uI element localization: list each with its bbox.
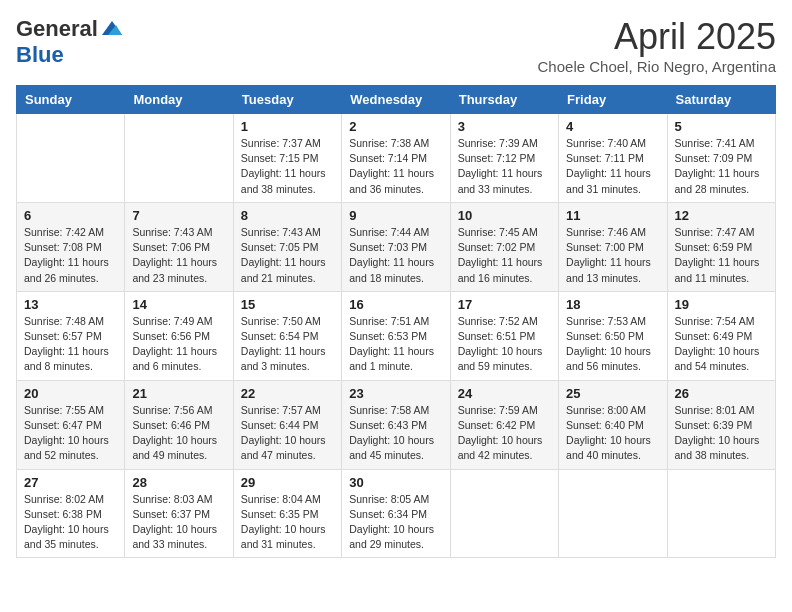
day-number: 26 <box>675 386 768 401</box>
calendar-cell <box>559 469 667 558</box>
day-info: Sunrise: 7:43 AMSunset: 7:05 PMDaylight:… <box>241 225 334 286</box>
calendar-cell: 16Sunrise: 7:51 AMSunset: 6:53 PMDayligh… <box>342 291 450 380</box>
day-info: Sunrise: 8:04 AMSunset: 6:35 PMDaylight:… <box>241 492 334 553</box>
day-number: 27 <box>24 475 117 490</box>
day-number: 7 <box>132 208 225 223</box>
calendar-cell: 27Sunrise: 8:02 AMSunset: 6:38 PMDayligh… <box>17 469 125 558</box>
calendar-week-5: 27Sunrise: 8:02 AMSunset: 6:38 PMDayligh… <box>17 469 776 558</box>
calendar-cell: 23Sunrise: 7:58 AMSunset: 6:43 PMDayligh… <box>342 380 450 469</box>
day-info: Sunrise: 7:57 AMSunset: 6:44 PMDaylight:… <box>241 403 334 464</box>
day-info: Sunrise: 7:59 AMSunset: 6:42 PMDaylight:… <box>458 403 551 464</box>
day-info: Sunrise: 7:58 AMSunset: 6:43 PMDaylight:… <box>349 403 442 464</box>
day-number: 1 <box>241 119 334 134</box>
calendar-cell: 10Sunrise: 7:45 AMSunset: 7:02 PMDayligh… <box>450 202 558 291</box>
calendar-cell: 21Sunrise: 7:56 AMSunset: 6:46 PMDayligh… <box>125 380 233 469</box>
day-info: Sunrise: 8:02 AMSunset: 6:38 PMDaylight:… <box>24 492 117 553</box>
day-info: Sunrise: 7:48 AMSunset: 6:57 PMDaylight:… <box>24 314 117 375</box>
calendar-table: SundayMondayTuesdayWednesdayThursdayFrid… <box>16 85 776 558</box>
calendar-cell: 2Sunrise: 7:38 AMSunset: 7:14 PMDaylight… <box>342 114 450 203</box>
calendar-cell <box>667 469 775 558</box>
day-number: 13 <box>24 297 117 312</box>
weekday-header-wednesday: Wednesday <box>342 86 450 114</box>
calendar-cell: 4Sunrise: 7:40 AMSunset: 7:11 PMDaylight… <box>559 114 667 203</box>
calendar-cell: 12Sunrise: 7:47 AMSunset: 6:59 PMDayligh… <box>667 202 775 291</box>
day-info: Sunrise: 8:05 AMSunset: 6:34 PMDaylight:… <box>349 492 442 553</box>
calendar-cell: 3Sunrise: 7:39 AMSunset: 7:12 PMDaylight… <box>450 114 558 203</box>
day-number: 4 <box>566 119 659 134</box>
day-info: Sunrise: 7:53 AMSunset: 6:50 PMDaylight:… <box>566 314 659 375</box>
day-info: Sunrise: 7:55 AMSunset: 6:47 PMDaylight:… <box>24 403 117 464</box>
calendar-cell: 20Sunrise: 7:55 AMSunset: 6:47 PMDayligh… <box>17 380 125 469</box>
day-info: Sunrise: 7:47 AMSunset: 6:59 PMDaylight:… <box>675 225 768 286</box>
calendar-week-1: 1Sunrise: 7:37 AMSunset: 7:15 PMDaylight… <box>17 114 776 203</box>
calendar-header-row: SundayMondayTuesdayWednesdayThursdayFrid… <box>17 86 776 114</box>
day-info: Sunrise: 7:37 AMSunset: 7:15 PMDaylight:… <box>241 136 334 197</box>
day-info: Sunrise: 7:40 AMSunset: 7:11 PMDaylight:… <box>566 136 659 197</box>
month-title: April 2025 <box>538 16 776 58</box>
day-info: Sunrise: 7:39 AMSunset: 7:12 PMDaylight:… <box>458 136 551 197</box>
calendar-cell: 24Sunrise: 7:59 AMSunset: 6:42 PMDayligh… <box>450 380 558 469</box>
calendar-cell: 28Sunrise: 8:03 AMSunset: 6:37 PMDayligh… <box>125 469 233 558</box>
day-info: Sunrise: 7:49 AMSunset: 6:56 PMDaylight:… <box>132 314 225 375</box>
calendar-cell: 13Sunrise: 7:48 AMSunset: 6:57 PMDayligh… <box>17 291 125 380</box>
page-header: General Blue April 2025 Choele Choel, Ri… <box>16 16 776 75</box>
location-subtitle: Choele Choel, Rio Negro, Argentina <box>538 58 776 75</box>
day-number: 22 <box>241 386 334 401</box>
logo: General Blue <box>16 16 124 68</box>
calendar-cell: 11Sunrise: 7:46 AMSunset: 7:00 PMDayligh… <box>559 202 667 291</box>
day-info: Sunrise: 7:56 AMSunset: 6:46 PMDaylight:… <box>132 403 225 464</box>
calendar-cell <box>17 114 125 203</box>
calendar-cell: 5Sunrise: 7:41 AMSunset: 7:09 PMDaylight… <box>667 114 775 203</box>
day-number: 3 <box>458 119 551 134</box>
calendar-cell: 1Sunrise: 7:37 AMSunset: 7:15 PMDaylight… <box>233 114 341 203</box>
day-number: 16 <box>349 297 442 312</box>
day-number: 2 <box>349 119 442 134</box>
calendar-cell: 15Sunrise: 7:50 AMSunset: 6:54 PMDayligh… <box>233 291 341 380</box>
calendar-cell: 7Sunrise: 7:43 AMSunset: 7:06 PMDaylight… <box>125 202 233 291</box>
day-info: Sunrise: 7:51 AMSunset: 6:53 PMDaylight:… <box>349 314 442 375</box>
day-number: 5 <box>675 119 768 134</box>
day-number: 19 <box>675 297 768 312</box>
weekday-header-friday: Friday <box>559 86 667 114</box>
calendar-cell: 29Sunrise: 8:04 AMSunset: 6:35 PMDayligh… <box>233 469 341 558</box>
day-number: 17 <box>458 297 551 312</box>
day-number: 18 <box>566 297 659 312</box>
day-info: Sunrise: 8:00 AMSunset: 6:40 PMDaylight:… <box>566 403 659 464</box>
calendar-cell: 19Sunrise: 7:54 AMSunset: 6:49 PMDayligh… <box>667 291 775 380</box>
calendar-cell <box>450 469 558 558</box>
day-info: Sunrise: 7:46 AMSunset: 7:00 PMDaylight:… <box>566 225 659 286</box>
calendar-cell: 26Sunrise: 8:01 AMSunset: 6:39 PMDayligh… <box>667 380 775 469</box>
day-number: 21 <box>132 386 225 401</box>
weekday-header-monday: Monday <box>125 86 233 114</box>
day-number: 6 <box>24 208 117 223</box>
day-number: 10 <box>458 208 551 223</box>
calendar-cell: 25Sunrise: 8:00 AMSunset: 6:40 PMDayligh… <box>559 380 667 469</box>
day-number: 28 <box>132 475 225 490</box>
day-info: Sunrise: 7:42 AMSunset: 7:08 PMDaylight:… <box>24 225 117 286</box>
calendar-cell: 22Sunrise: 7:57 AMSunset: 6:44 PMDayligh… <box>233 380 341 469</box>
day-number: 23 <box>349 386 442 401</box>
day-info: Sunrise: 7:52 AMSunset: 6:51 PMDaylight:… <box>458 314 551 375</box>
day-number: 11 <box>566 208 659 223</box>
calendar-week-3: 13Sunrise: 7:48 AMSunset: 6:57 PMDayligh… <box>17 291 776 380</box>
weekday-header-sunday: Sunday <box>17 86 125 114</box>
day-info: Sunrise: 7:54 AMSunset: 6:49 PMDaylight:… <box>675 314 768 375</box>
calendar-cell: 8Sunrise: 7:43 AMSunset: 7:05 PMDaylight… <box>233 202 341 291</box>
calendar-cell: 9Sunrise: 7:44 AMSunset: 7:03 PMDaylight… <box>342 202 450 291</box>
logo-blue-text: Blue <box>16 42 64 68</box>
weekday-header-saturday: Saturday <box>667 86 775 114</box>
logo-icon <box>100 17 124 41</box>
calendar-week-4: 20Sunrise: 7:55 AMSunset: 6:47 PMDayligh… <box>17 380 776 469</box>
calendar-cell <box>125 114 233 203</box>
day-info: Sunrise: 8:01 AMSunset: 6:39 PMDaylight:… <box>675 403 768 464</box>
day-info: Sunrise: 7:43 AMSunset: 7:06 PMDaylight:… <box>132 225 225 286</box>
day-number: 12 <box>675 208 768 223</box>
calendar-cell: 17Sunrise: 7:52 AMSunset: 6:51 PMDayligh… <box>450 291 558 380</box>
weekday-header-thursday: Thursday <box>450 86 558 114</box>
calendar-cell: 14Sunrise: 7:49 AMSunset: 6:56 PMDayligh… <box>125 291 233 380</box>
day-info: Sunrise: 7:38 AMSunset: 7:14 PMDaylight:… <box>349 136 442 197</box>
calendar-week-2: 6Sunrise: 7:42 AMSunset: 7:08 PMDaylight… <box>17 202 776 291</box>
day-number: 15 <box>241 297 334 312</box>
day-number: 25 <box>566 386 659 401</box>
day-info: Sunrise: 7:45 AMSunset: 7:02 PMDaylight:… <box>458 225 551 286</box>
